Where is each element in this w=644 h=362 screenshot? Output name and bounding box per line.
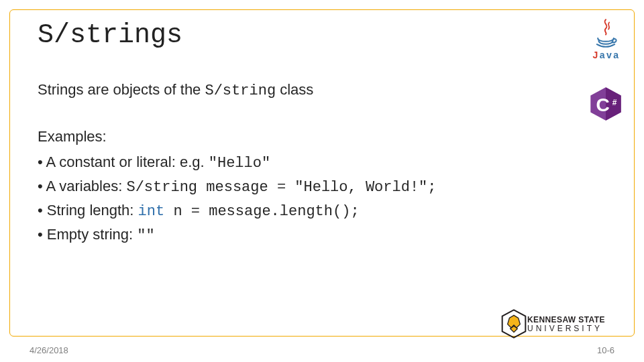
list-item: String length: int n = message.length();: [38, 199, 606, 223]
bullet-code: int n = message.length();: [138, 203, 360, 220]
examples-block: Examples: A constant or literal: e.g. "H…: [38, 125, 606, 247]
ksu-top-line: KENNESAW STATE: [527, 316, 605, 324]
bullet-label: Empty string:: [47, 226, 137, 243]
bullet-code: "": [137, 227, 154, 244]
bullet-code: "Hello": [209, 155, 270, 172]
java-logo: Java: [586, 19, 625, 67]
intro-line: Strings are objects of the S/string clas…: [38, 78, 606, 103]
footer-page: 10-6: [597, 345, 614, 355]
java-wordmark: Java: [586, 50, 625, 60]
intro-code: S/string: [205, 82, 276, 99]
footer-date: 4/26/2018: [30, 345, 68, 355]
slide-title: S/strings: [38, 20, 606, 50]
intro-suffix: class: [276, 81, 313, 98]
java-cup-icon: [592, 19, 620, 50]
examples-heading: Examples:: [38, 125, 606, 148]
list-item: A constant or literal: e.g. "Hello": [38, 151, 606, 175]
svg-text:#: #: [612, 98, 617, 107]
intro-prefix: Strings are objects of the: [38, 81, 205, 98]
bullet-label: String length:: [47, 202, 138, 219]
bullet-code: S/string message = "Hello, World!";: [126, 179, 436, 196]
bullet-list: A constant or literal: e.g. "Hello"A var…: [38, 151, 606, 247]
bullet-label: A variables:: [46, 178, 127, 194]
slide-content: S/strings Strings are objects of the S/s…: [38, 20, 606, 323]
bullet-label: A constant or literal: e.g.: [46, 154, 209, 170]
list-item: Empty string: "": [38, 223, 606, 247]
ksu-bot-line: UNIVERSITY: [527, 324, 605, 333]
ksu-logo: KENNESAW STATE UNIVERSITY: [500, 308, 621, 339]
svg-text:C: C: [596, 95, 610, 115]
ksu-wordmark: KENNESAW STATE UNIVERSITY: [527, 316, 605, 333]
csharp-logo-icon: C #: [588, 86, 624, 122]
list-item: A variables: S/string message = "Hello, …: [38, 175, 606, 199]
footer: 4/26/2018 10-6: [30, 345, 614, 355]
ksu-owl-icon: [500, 309, 527, 339]
